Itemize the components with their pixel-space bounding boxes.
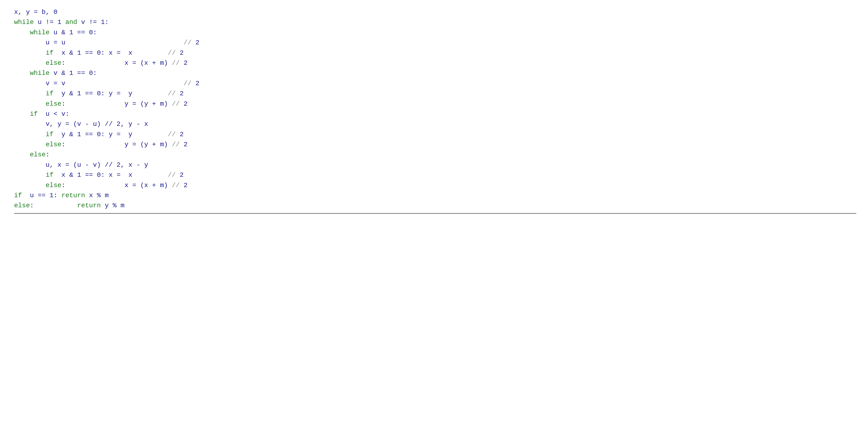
- code-indent: [14, 58, 45, 68]
- keyword-return: return: [61, 190, 85, 201]
- code-line-14: else: y = (y + m) // 2: [14, 140, 856, 150]
- keyword-else: else: [30, 150, 45, 160]
- code-indent: [14, 150, 30, 160]
- keyword-if: if: [30, 109, 38, 119]
- code-text: : y = (y + m): [61, 99, 172, 109]
- code-line-9: if y & 1 == 0: y = y // 2: [14, 89, 856, 99]
- keyword-return: return: [61, 201, 101, 211]
- bottom-divider: [14, 213, 856, 214]
- code-text: u != 1: [34, 17, 65, 27]
- code-text: v, y = (v - u) // 2, y - x: [14, 119, 148, 129]
- code-line-10: else: y = (y + m) // 2: [14, 99, 856, 109]
- code-comment: //: [172, 99, 184, 109]
- code-comment: //: [168, 170, 180, 180]
- keyword-while: while: [30, 68, 50, 78]
- keyword-else: else: [45, 99, 61, 109]
- code-text: x % m: [85, 190, 108, 201]
- code-num: 2: [184, 99, 188, 109]
- keyword-else: else: [45, 58, 61, 68]
- code-indent: [14, 109, 30, 119]
- code-comment: //: [172, 58, 184, 68]
- code-line-18: else: x = (x + m) // 2: [14, 180, 856, 190]
- code-text: u == 1:: [22, 190, 61, 201]
- keyword-else: else: [14, 201, 30, 211]
- code-line-8: v = v // 2: [14, 79, 856, 89]
- code-text: :: [45, 150, 50, 160]
- code-indent: [14, 140, 45, 150]
- code-text: u < v:: [38, 109, 69, 119]
- code-text: : x = (x + m): [61, 180, 172, 190]
- keyword-if: if: [45, 129, 54, 140]
- code-indent: [14, 180, 45, 190]
- keyword-else: else: [45, 180, 61, 190]
- code-line-6: else: x = (x + m) // 2: [14, 58, 856, 68]
- code-text: u & 1 == 0:: [50, 27, 97, 37]
- code-num: 2: [184, 140, 188, 150]
- code-indent: [14, 68, 30, 78]
- code-line-3: while u & 1 == 0:: [14, 27, 856, 37]
- code-num: 2: [180, 170, 184, 180]
- code-text: : y = (y + m): [61, 140, 172, 150]
- keyword-if: if: [14, 190, 22, 201]
- code-text: x, y = b, 0: [14, 7, 58, 17]
- code-text: : x = (x + m): [61, 58, 172, 68]
- code-text: x & 1 == 0: x = x: [54, 48, 168, 58]
- code-line-5: if x & 1 == 0: x = x // 2: [14, 48, 856, 58]
- code-num: 2: [180, 89, 184, 99]
- code-num: 2: [195, 37, 199, 48]
- code-line-12: v, y = (v - u) // 2, y - x: [14, 119, 856, 129]
- code-text: y & 1 == 0: y = y: [54, 129, 168, 140]
- keyword-if: if: [45, 170, 54, 180]
- code-line-7: while v & 1 == 0:: [14, 68, 856, 78]
- code-indent: u = u: [14, 37, 184, 48]
- code-comment: //: [168, 129, 180, 140]
- keyword-if: if: [45, 89, 54, 99]
- code-block: x, y = b, 0 while u != 1 and v != 1: whi…: [14, 7, 856, 211]
- code-indent: [14, 129, 45, 140]
- code-comment: //: [168, 48, 180, 58]
- code-num: 2: [180, 48, 184, 58]
- code-text: x & 1 == 0: x = x: [54, 170, 168, 180]
- code-indent: v = v: [14, 79, 184, 89]
- keyword-else: else: [45, 140, 61, 150]
- code-comment: //: [184, 79, 195, 89]
- code-comment: //: [184, 37, 195, 48]
- code-comment: //: [168, 89, 180, 99]
- code-line-19: if u == 1: return x % m: [14, 190, 856, 201]
- code-text: y % m: [101, 201, 125, 211]
- code-indent: [14, 27, 30, 37]
- code-num: 2: [195, 79, 199, 89]
- code-line-20: else: return y % m: [14, 201, 856, 211]
- code-comment: //: [172, 180, 184, 190]
- code-text: v & 1 == 0:: [50, 68, 97, 78]
- code-text: y & 1 == 0: y = y: [54, 89, 168, 99]
- code-text: v != 1:: [77, 17, 108, 27]
- keyword-while: while: [30, 27, 50, 37]
- code-line-11: if u < v:: [14, 109, 856, 119]
- code-indent: [14, 170, 45, 180]
- code-num: 2: [184, 180, 188, 190]
- code-text: :: [30, 201, 61, 211]
- code-line-4: u = u // 2: [14, 37, 856, 48]
- code-line-17: if x & 1 == 0: x = x // 2: [14, 170, 856, 180]
- keyword-and: and: [65, 17, 77, 27]
- code-indent: [14, 89, 45, 99]
- code-line-13: if y & 1 == 0: y = y // 2: [14, 129, 856, 140]
- code-line-15: else:: [14, 150, 856, 160]
- code-text: u, x = (u - v) // 2, x - y: [14, 160, 148, 170]
- code-line-2: while u != 1 and v != 1:: [14, 17, 856, 27]
- code-line-16: u, x = (u - v) // 2, x - y: [14, 160, 856, 170]
- code-indent: [14, 48, 45, 58]
- code-comment: //: [172, 140, 184, 150]
- keyword-if: if: [45, 48, 54, 58]
- code-num: 2: [184, 58, 188, 68]
- code-indent: [14, 99, 45, 109]
- code-line-1: x, y = b, 0: [14, 7, 856, 17]
- keyword-while: while: [14, 17, 34, 27]
- code-num: 2: [180, 129, 184, 140]
